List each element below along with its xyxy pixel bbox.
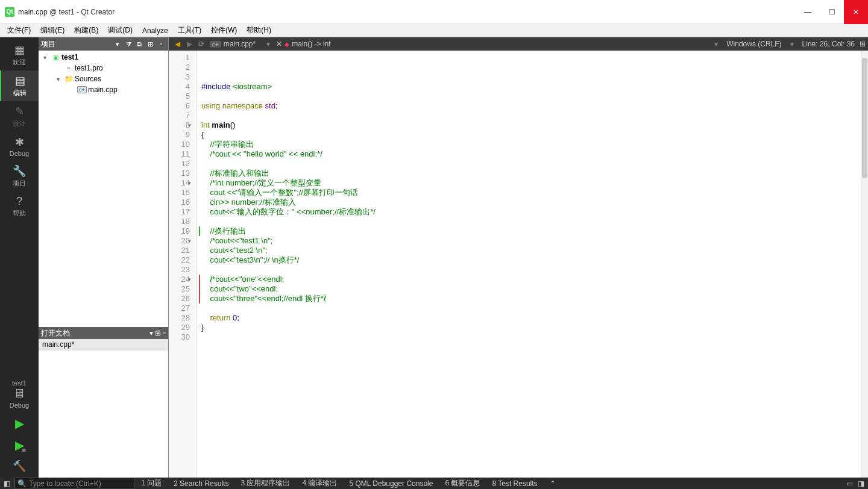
locator-input[interactable]: 🔍 Type to locate (Ctrl+K) bbox=[14, 478, 135, 489]
wrench-icon: 🔧 bbox=[13, 164, 26, 178]
add-split-icon[interactable]: ⊞ bbox=[155, 329, 161, 337]
pane-tests[interactable]: 8 Test Results bbox=[486, 479, 543, 488]
nav-forward-button[interactable]: ▶ bbox=[183, 40, 195, 48]
progress-icon[interactable]: ▭ bbox=[846, 479, 853, 488]
project-panel-title: 项目 bbox=[41, 39, 55, 49]
activity-edit[interactable]: ▤ 编辑 bbox=[0, 70, 39, 101]
menu-widgets[interactable]: 控件(W) bbox=[206, 24, 242, 37]
grid-icon: ▦ bbox=[14, 43, 25, 57]
add-split-icon[interactable]: ⊞ bbox=[145, 39, 155, 49]
pane-issues[interactable]: 1 问题 bbox=[135, 478, 168, 488]
activity-projects[interactable]: 🔧 项目 bbox=[0, 161, 39, 192]
filter-icon[interactable]: ⧩ bbox=[124, 39, 133, 49]
activity-help[interactable]: ? 帮助 bbox=[0, 192, 39, 222]
title-bar: Qt main.cpp @ test1 - Qt Creator — ☐ ✕ bbox=[0, 0, 868, 24]
qt-logo-icon: Qt bbox=[5, 7, 14, 17]
debug-run-button[interactable]: ▶✱ bbox=[0, 434, 39, 456]
kit-selector[interactable]: test1 🖥 Debug bbox=[0, 376, 39, 413]
cursor-position[interactable]: Line: 26, Col: 36 bbox=[802, 40, 855, 48]
editor-filename[interactable]: main.cpp* bbox=[224, 40, 256, 48]
activity-help-label: 帮助 bbox=[13, 209, 26, 218]
nav-back-button[interactable]: ◀ bbox=[171, 40, 183, 48]
link-icon[interactable]: ⧉ bbox=[134, 39, 144, 49]
minimize-button[interactable]: — bbox=[796, 0, 820, 24]
pane-appoutput[interactable]: 3 应用程序输出 bbox=[234, 478, 296, 488]
toggle-right-sidebar-button[interactable]: ◨ bbox=[858, 479, 864, 488]
menu-file[interactable]: 文件(F) bbox=[2, 24, 36, 37]
close-panel-icon[interactable]: ▫ bbox=[163, 329, 166, 337]
tree-root[interactable]: ▾ ▣ test1 bbox=[39, 52, 168, 63]
run-button[interactable]: ▶ bbox=[0, 413, 39, 434]
diamond-icon: ◆ bbox=[285, 41, 289, 48]
toggle-sidebar-button[interactable]: ◧ bbox=[0, 478, 14, 489]
chevron-down-icon: ▾ bbox=[57, 76, 64, 83]
activity-projects-label: 项目 bbox=[13, 179, 26, 188]
activity-design[interactable]: ✎ 设计 bbox=[0, 101, 39, 132]
activity-edit-label: 编辑 bbox=[13, 89, 27, 98]
close-panel-icon[interactable]: ▫ bbox=[156, 39, 166, 49]
tree-main-cpp-label: main.cpp bbox=[88, 86, 118, 94]
menu-edit[interactable]: 编辑(E) bbox=[36, 24, 69, 37]
close-file-button[interactable]: ✕ bbox=[276, 40, 282, 48]
pane-compileoutput[interactable]: 4 编译输出 bbox=[296, 478, 343, 488]
pane-search[interactable]: 2 Search Results bbox=[168, 479, 234, 488]
lineending-dropdown-icon[interactable]: ▾ bbox=[790, 40, 794, 48]
pane-qml[interactable]: 5 QML Debugger Console bbox=[343, 479, 439, 488]
function-sig-label: main() -> int bbox=[292, 40, 330, 48]
build-button[interactable]: 🔨 bbox=[0, 456, 39, 478]
line-number-gutter: 12345678▾91011121314▾151617181920▾212223… bbox=[169, 51, 197, 478]
tree-main-cpp[interactable]: c+ main.cpp bbox=[39, 84, 168, 95]
monitor-icon: 🖥 bbox=[13, 387, 25, 400]
function-navigator[interactable]: ◆ main() -> int bbox=[285, 40, 330, 48]
project-panel-header: 项目 ▾ ⧩ ⧉ ⊞ ▫ bbox=[39, 37, 168, 51]
activity-welcome[interactable]: ▦ 欢迎 bbox=[0, 40, 39, 70]
vertical-scrollbar[interactable] bbox=[861, 51, 868, 478]
status-bar: ◧ 🔍 Type to locate (Ctrl+K) 1 问题 2 Searc… bbox=[0, 478, 868, 489]
close-button[interactable]: ✕ bbox=[844, 0, 868, 24]
tree-pro-file[interactable]: ▫ test1.pro bbox=[39, 63, 168, 73]
menu-help[interactable]: 帮助(H) bbox=[242, 24, 276, 37]
file-dropdown-icon[interactable]: ▾ bbox=[266, 40, 270, 48]
project-icon: ▣ bbox=[51, 54, 60, 61]
code-content[interactable]: #include <iostream> using namespace std;… bbox=[197, 51, 861, 478]
open-doc-item[interactable]: main.cpp* bbox=[39, 339, 168, 350]
pane-general[interactable]: 6 概要信息 bbox=[439, 478, 486, 488]
open-docs-list: main.cpp* bbox=[39, 339, 168, 478]
editor-area: ◀ ▶ ⟳ c+ main.cpp* ▾ ✕ ◆ main() -> int ▾… bbox=[169, 37, 868, 478]
code-editor[interactable]: 12345678▾91011121314▾151617181920▾212223… bbox=[169, 51, 868, 478]
bug-icon: ✱ bbox=[15, 135, 24, 149]
edit-icon: ▤ bbox=[15, 74, 25, 87]
split-editor-icon[interactable]: ⊞ bbox=[860, 40, 866, 48]
panel-dropdown[interactable]: ▾ bbox=[113, 39, 122, 49]
scrollbar-thumb[interactable] bbox=[862, 58, 867, 178]
side-panel: 项目 ▾ ⧩ ⧉ ⊞ ▫ ▾ ▣ test1 ▫ test1.pro ▾ bbox=[39, 37, 169, 478]
menu-debug[interactable]: 调试(D) bbox=[103, 24, 137, 37]
menu-analyze[interactable]: Analyze bbox=[137, 25, 173, 36]
editor-toolbar: ◀ ▶ ⟳ c+ main.cpp* ▾ ✕ ◆ main() -> int ▾… bbox=[169, 37, 868, 51]
help-icon: ? bbox=[16, 195, 22, 208]
menu-build[interactable]: 构建(B) bbox=[69, 24, 103, 37]
tree-sources-folder[interactable]: ▾ 📁 Sources bbox=[39, 73, 168, 84]
pane-updown-icon[interactable]: ⌃ bbox=[544, 479, 562, 488]
chevron-down-icon: ▾ bbox=[43, 54, 51, 61]
project-name-label: test1 bbox=[12, 379, 27, 387]
open-documents-panel: 打开文档 ▾ ⊞ ▫ main.cpp* bbox=[39, 327, 168, 478]
locator-placeholder: Type to locate (Ctrl+K) bbox=[29, 479, 101, 488]
lock-icon[interactable]: ⟳ bbox=[195, 40, 207, 48]
activity-design-label: 设计 bbox=[13, 119, 26, 128]
activity-debug[interactable]: ✱ Debug bbox=[0, 132, 39, 161]
menu-tools[interactable]: 工具(T) bbox=[173, 24, 206, 37]
maximize-button[interactable]: ☐ bbox=[820, 0, 844, 24]
encoding-label[interactable]: Windows (CRLF) bbox=[726, 40, 781, 48]
activity-debug-label: Debug bbox=[10, 150, 29, 157]
cpp-file-icon: c+ bbox=[77, 86, 87, 93]
activity-welcome-label: 欢迎 bbox=[13, 58, 26, 67]
design-icon: ✎ bbox=[15, 105, 24, 118]
menu-bar: 文件(F) 编辑(E) 构建(B) 调试(D) Analyze 工具(T) 控件… bbox=[0, 24, 868, 37]
encoding-dropdown-icon[interactable]: ▾ bbox=[714, 40, 718, 48]
project-tree: ▾ ▣ test1 ▫ test1.pro ▾ 📁 Sources c+ mai… bbox=[39, 51, 168, 327]
cpp-badge-icon: c+ bbox=[210, 41, 221, 48]
tree-pro-label: test1.pro bbox=[75, 64, 103, 72]
search-icon: 🔍 bbox=[17, 479, 27, 488]
panel-dropdown[interactable]: ▾ bbox=[149, 329, 153, 337]
